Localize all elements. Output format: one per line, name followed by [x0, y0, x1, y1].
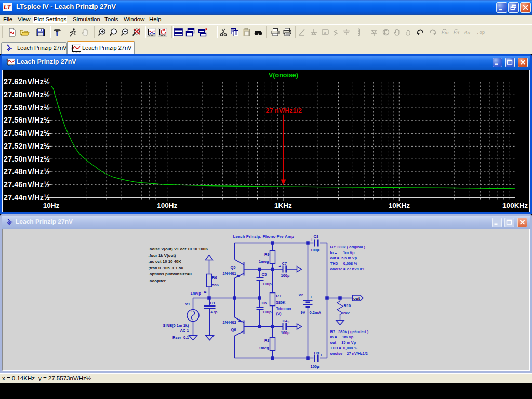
svg-text:100µ: 100µ	[281, 273, 290, 278]
svg-text:In = 1m Vp: In = 1m Vp	[330, 250, 355, 255]
svg-text:THD = 0,008 %: THD = 0,008 %	[330, 261, 358, 266]
svg-text:56K: 56K	[212, 283, 219, 287]
svg-text:C4: C4	[283, 318, 288, 323]
svg-text:47p: 47p	[211, 310, 218, 314]
svg-text:100µ: 100µ	[311, 248, 320, 252]
svg-text:R7 : 580k ( geändert ): R7 : 580k ( geändert )	[330, 329, 369, 334]
svg-text:R10: R10	[344, 303, 351, 308]
svg-text:C8: C8	[314, 234, 319, 239]
svg-text:Rser=0.1: Rser=0.1	[172, 335, 189, 340]
svg-text:27 nV/Hz1/2: 27 nV/Hz1/2	[266, 107, 302, 114]
svg-text:R7: 330k ( original ): R7: 330k ( original )	[330, 245, 366, 249]
svg-text:R8: R8	[264, 338, 270, 343]
svg-text:C1: C1	[210, 301, 216, 305]
svg-text:Em: Em	[441, 29, 449, 35]
svg-text:2k2: 2k2	[343, 311, 350, 315]
svg-text:27.56nV/Hz½: 27.56nV/Hz½	[4, 116, 50, 124]
svg-text:100p: 100p	[263, 310, 272, 314]
svg-text:Q5: Q5	[231, 265, 236, 270]
svg-text:0.2mA: 0.2mA	[310, 310, 322, 315]
svg-text:R9: R9	[264, 252, 270, 257]
svg-text:.noopiter: .noopiter	[149, 278, 166, 283]
svg-text:100Hz: 100Hz	[157, 202, 177, 209]
svg-text:.noise V(out) V1 oct 10 10 100: .noise V(out) V1 oct 10 10 100K	[149, 247, 209, 251]
svg-text:AC 1: AC 1	[180, 328, 189, 333]
svg-text:27.60nV/Hz½: 27.60nV/Hz½	[4, 90, 50, 99]
svg-text:+: +	[288, 320, 290, 324]
svg-text:9V: 9V	[301, 310, 305, 315]
svg-text:In = 1m Vp: In = 1m Vp	[330, 335, 354, 339]
svg-text:a: a	[324, 30, 326, 35]
svg-text:27.50nV/Hz½: 27.50nV/Hz½	[4, 155, 50, 163]
svg-text:;ac oct 10 10 40K: ;ac oct 10 10 40K	[149, 259, 182, 264]
svg-text:100KHz: 100KHz	[502, 202, 528, 209]
svg-text:27.48nV/Hz½: 27.48nV/Hz½	[4, 167, 50, 176]
svg-text:;tran 0 .105 .1 1.5u: ;tran 0 .105 .1 1.5u	[149, 265, 184, 270]
svg-text:27.58nV/Hz½: 27.58nV/Hz½	[4, 103, 50, 112]
svg-text:LT: LT	[4, 4, 11, 11]
svg-text:1meg: 1meg	[259, 259, 269, 264]
svg-text:2N4403: 2N4403	[223, 320, 236, 325]
svg-text:SINE(0 1m 1k): SINE(0 1m 1k)	[163, 323, 189, 328]
svg-text:Q6: Q6	[231, 327, 236, 332]
svg-text:+: +	[311, 237, 313, 242]
svg-text:10Hz: 10Hz	[43, 202, 60, 209]
svg-text:C9: C9	[314, 351, 320, 355]
svg-text:C7: C7	[282, 261, 287, 266]
svg-text:Aa: Aa	[463, 29, 471, 35]
svg-text:Leach Prinzip: Phono Pre-Amp: Leach Prinzip: Phono Pre-Amp	[233, 234, 294, 239]
svg-text:V(onoise): V(onoise)	[269, 72, 298, 79]
svg-text:in: in	[203, 290, 207, 294]
svg-text:out = 5,6 m Vp: out = 5,6 m Vp	[330, 256, 357, 260]
svg-text:(V): (V)	[276, 311, 282, 316]
svg-text:100µ: 100µ	[311, 364, 320, 369]
svg-text:C6: C6	[262, 301, 267, 305]
svg-text:.options plotwinsize=0: .options plotwinsize=0	[149, 272, 192, 276]
svg-text:2N4401: 2N4401	[223, 271, 236, 276]
svg-text:THD = 0,008 %: THD = 0,008 %	[330, 345, 358, 350]
svg-text:.op: .op	[476, 30, 485, 35]
svg-text:100p: 100p	[263, 282, 272, 286]
svg-text:27.44nV/Hz½: 27.44nV/Hz½	[4, 193, 50, 202]
svg-text:out = 35 m Vp: out = 35 m Vp	[330, 340, 356, 345]
svg-text:100µ: 100µ	[281, 330, 290, 335]
svg-text:1mVp: 1mVp	[191, 291, 202, 296]
svg-text:onoise = 27 nV/Hz1/2: onoise = 27 nV/Hz1/2	[330, 351, 368, 356]
svg-text:1meg: 1meg	[259, 345, 269, 350]
svg-text:+: +	[310, 295, 313, 299]
svg-text:27.46nV/Hz½: 27.46nV/Hz½	[4, 180, 50, 189]
svg-text:C5: C5	[262, 272, 267, 277]
svg-text:27.54nV/Hz½: 27.54nV/Hz½	[4, 129, 50, 137]
svg-text:27.52nV/Hz½: 27.52nV/Hz½	[4, 142, 50, 150]
svg-text:R7: R7	[276, 294, 282, 298]
svg-text:+: +	[279, 264, 282, 269]
svg-text:V2: V2	[299, 292, 303, 297]
svg-text:27.62nV/Hz½: 27.62nV/Hz½	[4, 77, 50, 86]
svg-text:10KHz: 10KHz	[389, 202, 410, 209]
svg-text:+: +	[320, 353, 323, 357]
svg-text:.four 1k V(out): .four 1k V(out)	[149, 253, 176, 258]
svg-text:onoise = 27 nV/Hz1: onoise = 27 nV/Hz1	[330, 267, 365, 271]
svg-text:+: +	[191, 309, 193, 313]
svg-text:1KHz: 1KHz	[274, 202, 292, 209]
svg-text:V1: V1	[185, 302, 190, 307]
svg-text:out: out	[353, 296, 360, 301]
svg-text:580K: 580K	[276, 300, 286, 305]
svg-text:Trimmer: Trimmer	[276, 306, 292, 311]
svg-text:E3: E3	[453, 29, 460, 35]
svg-text:R6: R6	[212, 275, 217, 280]
